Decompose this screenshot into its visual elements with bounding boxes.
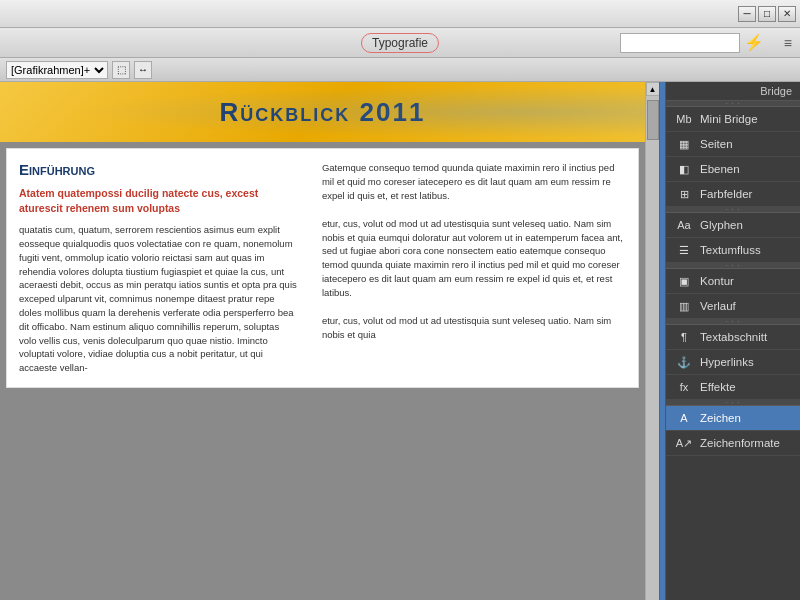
bridge-label: Bridge — [666, 82, 800, 101]
window-controls: ─ □ ✕ — [738, 6, 796, 22]
panel-item-verlauf[interactable]: ▥ Verlauf — [666, 294, 800, 319]
textumfluss-icon: ☰ — [674, 242, 694, 258]
second-toolbar: [Grafikrahmen]+ ⬚ ↔ — [0, 58, 800, 82]
zeichen-label: Zeichen — [700, 412, 741, 424]
effekte-icon: fx — [674, 379, 694, 395]
document-area: Rückblick 2011 Einführung Atatem quatemp… — [0, 82, 659, 600]
glyphen-icon: Aa — [674, 217, 694, 233]
vertical-scrollbar[interactable]: ▲ — [645, 82, 659, 600]
farbfelder-label: Farbfelder — [700, 188, 752, 200]
kontur-icon: ▣ — [674, 273, 694, 289]
verlauf-icon: ▥ — [674, 298, 694, 314]
panel-items-container: Mb Mini Bridge ▦ Seiten ◧ Ebenen ⊞ Farbf… — [666, 107, 800, 456]
ebenen-label: Ebenen — [700, 163, 740, 175]
ebenen-icon: ◧ — [674, 161, 694, 177]
toolbar2-icon2[interactable]: ↔ — [134, 61, 152, 79]
panel-item-mini-bridge[interactable]: Mb Mini Bridge — [666, 107, 800, 132]
scroll-up-arrow[interactable]: ▲ — [646, 82, 660, 96]
panel-item-zeichen[interactable]: A Zeichen — [666, 406, 800, 431]
kontur-label: Kontur — [700, 275, 734, 287]
panel-item-hyperlinks[interactable]: ⚓ Hyperlinks — [666, 350, 800, 375]
frame-select[interactable]: [Grafikrahmen]+ — [6, 61, 108, 79]
page-title: Rückblick 2011 — [220, 97, 426, 128]
maximize-button[interactable]: □ — [758, 6, 776, 22]
body-text-right-bot: etur, cus, volut od mod ut ad utestisqui… — [322, 314, 626, 342]
toolbar2-icon1[interactable]: ⬚ — [112, 61, 130, 79]
panel-item-textumfluss[interactable]: ☰ Textumfluss — [666, 238, 800, 263]
panel-item-effekte[interactable]: fx Effekte — [666, 375, 800, 400]
panel-item-farbfelder[interactable]: ⊞ Farbfelder — [666, 182, 800, 207]
panel-item-textabschnitt[interactable]: ¶ Textabschnitt — [666, 325, 800, 350]
effekte-label: Effekte — [700, 381, 736, 393]
search-input[interactable] — [620, 33, 740, 53]
hyperlinks-label: Hyperlinks — [700, 356, 754, 368]
seiten-icon: ▦ — [674, 136, 694, 152]
panel-item-zeichenformate[interactable]: A↗ Zeichenformate — [666, 431, 800, 456]
glyphen-label: Glyphen — [700, 219, 743, 231]
panel-item-ebenen[interactable]: ◧ Ebenen — [666, 157, 800, 182]
left-column: Einführung Atatem quatempossi ducilig na… — [7, 149, 310, 387]
textabschnitt-label: Textabschnitt — [700, 331, 767, 343]
panel-item-seiten[interactable]: ▦ Seiten — [666, 132, 800, 157]
textumfluss-label: Textumfluss — [700, 244, 761, 256]
hyperlinks-icon: ⚓ — [674, 354, 694, 370]
body-text-right-top: Gatemque consequo temod quunda quiate ma… — [322, 161, 626, 202]
minimize-button[interactable]: ─ — [738, 6, 756, 22]
body-text-left: quatatis cum, quatum, serrorem rescienti… — [19, 223, 298, 374]
right-panel: Bridge · · · Mb Mini Bridge ▦ Seiten ◧ E… — [665, 82, 800, 600]
zeichenformate-label: Zeichenformate — [700, 437, 780, 449]
farbfelder-icon: ⊞ — [674, 186, 694, 202]
page-header: Rückblick 2011 — [0, 82, 645, 142]
document-page: Rückblick 2011 Einführung Atatem quatemp… — [0, 82, 645, 600]
intro-bold-text: Atatem quatempossi ducilig natecte cus, … — [19, 186, 298, 215]
textabschnitt-icon: ¶ — [674, 329, 694, 345]
section-heading: Einführung — [19, 161, 298, 178]
main-area: Rückblick 2011 Einführung Atatem quatemp… — [0, 82, 800, 600]
zeichenformate-icon: A↗ — [674, 435, 694, 451]
close-button[interactable]: ✕ — [778, 6, 796, 22]
typografie-button[interactable]: Typografie — [361, 33, 439, 53]
verlauf-label: Verlauf — [700, 300, 736, 312]
seiten-label: Seiten — [700, 138, 733, 150]
body-text-right-mid: etur, cus, volut od mod ut ad utestisqui… — [322, 217, 626, 300]
right-column: Gatemque consequo temod quunda quiate ma… — [310, 149, 638, 387]
panel-item-glyphen[interactable]: Aa Glyphen — [666, 213, 800, 238]
lightning-icon: ⚡ — [744, 33, 764, 52]
menu-icon[interactable]: ≡ — [784, 35, 792, 51]
title-bar: ─ □ ✕ — [0, 0, 800, 28]
scroll-thumb[interactable] — [647, 100, 659, 140]
main-toolbar: Typografie ⚡ ≡ — [0, 28, 800, 58]
zeichen-icon: A — [674, 410, 694, 426]
mini-bridge-label: Mini Bridge — [700, 113, 758, 125]
content-wrapper: Einführung Atatem quatempossi ducilig na… — [7, 149, 638, 387]
panel-item-kontur[interactable]: ▣ Kontur — [666, 269, 800, 294]
mini-bridge-icon: Mb — [674, 111, 694, 127]
